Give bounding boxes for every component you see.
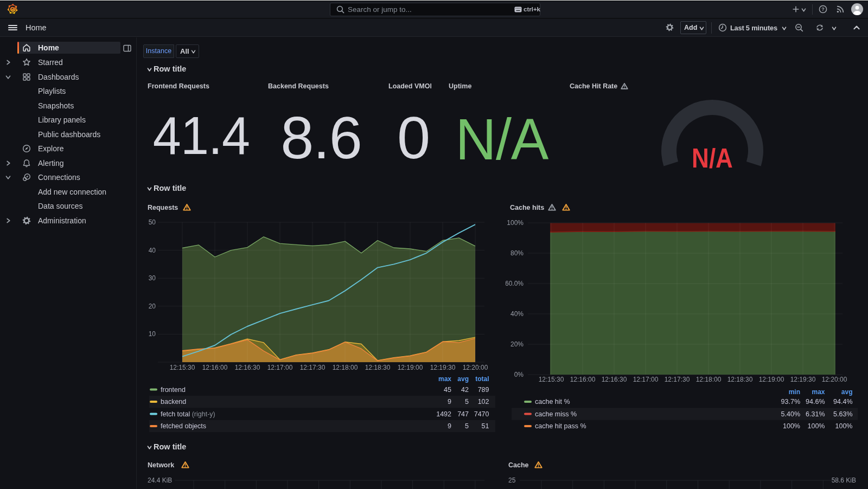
svg-text:12:16:00: 12:16:00 [202, 364, 228, 371]
svg-text:100%: 100% [783, 422, 800, 430]
svg-text:9: 9 [448, 398, 451, 406]
svg-text:total: total [475, 375, 489, 383]
svg-text:747: 747 [457, 410, 469, 418]
svg-text:45: 45 [444, 386, 451, 394]
svg-text:min: min [789, 388, 800, 396]
svg-text:12:18:30: 12:18:30 [365, 364, 391, 371]
svg-text:avg: avg [457, 375, 469, 383]
svg-text:10: 10 [149, 330, 156, 338]
svg-text:5.40%: 5.40% [781, 410, 800, 418]
svg-text:fetch total (right-y): fetch total (right-y) [161, 410, 215, 418]
svg-text:12:18:00: 12:18:00 [333, 364, 358, 371]
svg-text:12:16:30: 12:16:30 [235, 364, 260, 371]
svg-text:12:19:00: 12:19:00 [398, 364, 423, 371]
svg-text:cache miss %: cache miss % [535, 410, 577, 418]
svg-text:12:18:00: 12:18:00 [696, 376, 722, 383]
svg-text:93.7%: 93.7% [781, 398, 800, 406]
svg-text:5: 5 [465, 398, 469, 406]
svg-text:max: max [438, 375, 451, 383]
svg-text:frontend: frontend [161, 386, 186, 394]
svg-text:backend: backend [161, 398, 186, 406]
svg-text:51: 51 [482, 422, 489, 430]
svg-text:25: 25 [508, 477, 516, 484]
svg-text:12:16:30: 12:16:30 [602, 376, 627, 383]
svg-text:12:16:00: 12:16:00 [570, 376, 596, 383]
svg-text:9: 9 [448, 422, 451, 430]
svg-text:102: 102 [478, 398, 489, 406]
svg-text:20%: 20% [510, 340, 524, 348]
svg-text:80%: 80% [510, 249, 524, 257]
svg-text:fetched objects: fetched objects [161, 422, 206, 430]
svg-text:1492: 1492 [436, 410, 451, 418]
svg-text:100%: 100% [808, 422, 825, 430]
svg-text:50: 50 [149, 218, 156, 226]
svg-text:5.63%: 5.63% [833, 410, 852, 418]
svg-text:100%: 100% [507, 219, 524, 227]
svg-text:40%: 40% [510, 310, 524, 318]
svg-text:12:20:00: 12:20:00 [822, 376, 847, 383]
svg-text:20: 20 [149, 303, 156, 310]
svg-text:12:18:30: 12:18:30 [727, 376, 753, 383]
svg-text:cache hit %: cache hit % [535, 398, 570, 406]
svg-text:40: 40 [149, 247, 156, 254]
svg-text:94.4%: 94.4% [833, 398, 852, 406]
svg-text:42: 42 [461, 386, 469, 394]
svg-text:6.31%: 6.31% [806, 410, 825, 418]
svg-text:?: ? [821, 7, 825, 12]
svg-text:0%: 0% [514, 371, 524, 378]
svg-text:12:15:30: 12:15:30 [539, 376, 564, 383]
svg-text:789: 789 [478, 386, 489, 394]
svg-text:cache hit pass %: cache hit pass % [535, 422, 586, 430]
svg-text:24.4 KiB: 24.4 KiB [148, 477, 172, 484]
svg-text:12:19:30: 12:19:30 [790, 376, 816, 383]
svg-text:12:19:00: 12:19:00 [759, 376, 784, 383]
svg-text:100%: 100% [835, 422, 853, 430]
svg-text:12:20:00: 12:20:00 [463, 364, 488, 371]
svg-text:max: max [812, 388, 825, 396]
svg-text:avg: avg [841, 388, 853, 396]
svg-text:58.6 KiB: 58.6 KiB [832, 477, 856, 484]
svg-text:7470: 7470 [474, 410, 489, 418]
svg-text:60.0%: 60.0% [506, 280, 524, 287]
svg-text:12:15:30: 12:15:30 [170, 364, 195, 371]
svg-text:12:17:30: 12:17:30 [665, 376, 690, 383]
svg-text:12:17:00: 12:17:00 [267, 364, 293, 371]
svg-text:12:19:30: 12:19:30 [430, 364, 456, 371]
svg-text:30: 30 [149, 274, 156, 282]
svg-text:12:17:30: 12:17:30 [300, 364, 326, 371]
svg-text:5: 5 [465, 422, 469, 430]
svg-text:94.6%: 94.6% [806, 398, 825, 406]
svg-text:12:17:00: 12:17:00 [633, 376, 659, 383]
